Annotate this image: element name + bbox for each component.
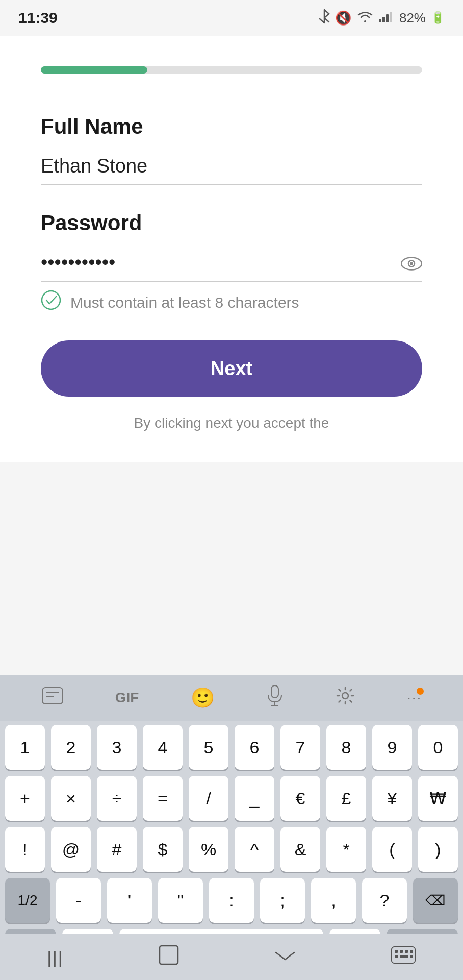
key-9[interactable]: 9 — [372, 725, 412, 770]
mute-icon: 🔇 — [335, 10, 351, 26]
key-percent[interactable]: % — [189, 827, 228, 872]
keyboard-area: GIF 🙂 ··· 1 2 3 4 5 6 7 8 — [0, 675, 463, 980]
svg-rect-19 — [405, 950, 408, 953]
keyboard-nav-icon[interactable] — [391, 945, 416, 970]
key-4[interactable]: 4 — [143, 725, 183, 770]
key-1[interactable]: 1 — [5, 725, 45, 770]
emoji-icon[interactable]: 🙂 — [191, 687, 215, 709]
key-plus[interactable]: + — [5, 776, 45, 821]
key-pound[interactable]: £ — [326, 776, 366, 821]
key-slash[interactable]: / — [189, 776, 228, 821]
key-2[interactable]: 2 — [51, 725, 91, 770]
svg-rect-2 — [386, 14, 389, 22]
svg-rect-8 — [42, 688, 63, 704]
key-dollar[interactable]: $ — [143, 827, 183, 872]
key-hash[interactable]: # — [97, 827, 137, 872]
key-quote[interactable]: " — [158, 878, 203, 923]
down-nav-icon[interactable] — [274, 946, 296, 968]
svg-rect-21 — [395, 955, 398, 958]
bluetooth-icon — [319, 9, 330, 28]
key-row-numbers: 1 2 3 4 5 6 7 8 9 0 — [5, 725, 458, 770]
key-asterisk[interactable]: * — [326, 827, 366, 872]
password-input[interactable] — [41, 248, 422, 282]
svg-point-7 — [42, 291, 60, 309]
mic-icon[interactable] — [266, 684, 284, 712]
key-exclaim[interactable]: ! — [5, 827, 45, 872]
nav-bar: ||| — [0, 934, 463, 980]
validation-hint: Must contain at least 8 characters — [41, 290, 422, 315]
key-question[interactable]: ? — [362, 878, 407, 923]
key-yen[interactable]: ¥ — [372, 776, 412, 821]
back-nav-icon[interactable]: ||| — [47, 947, 64, 967]
key-0[interactable]: 0 — [418, 725, 458, 770]
signal-icon — [379, 10, 394, 26]
svg-rect-23 — [410, 955, 413, 958]
wifi-icon — [356, 10, 374, 26]
progress-track — [41, 66, 422, 74]
svg-rect-3 — [390, 12, 392, 22]
main-content: Full Name Password Must contain at least… — [0, 36, 463, 462]
key-row-symbols: + × ÷ = / _ € £ ¥ ₩ — [5, 776, 458, 821]
svg-rect-11 — [271, 685, 278, 698]
key-colon[interactable]: : — [209, 878, 254, 923]
password-label: Password — [41, 211, 422, 235]
delete-key[interactable]: ⌫ — [413, 878, 458, 923]
gif-icon[interactable]: GIF — [115, 690, 139, 706]
battery-text: 82% — [399, 10, 426, 26]
status-bar: 11:39 🔇 82% 🔋 — [0, 0, 463, 36]
key-ampersand[interactable]: & — [280, 827, 320, 872]
key-semicolon[interactable]: ; — [260, 878, 305, 923]
key-won[interactable]: ₩ — [418, 776, 458, 821]
svg-rect-0 — [379, 19, 381, 22]
key-7[interactable]: 7 — [280, 725, 320, 770]
more-icon[interactable]: ··· — [407, 690, 422, 706]
key-half[interactable]: 1/2 — [5, 878, 50, 923]
key-underscore[interactable]: _ — [235, 776, 274, 821]
svg-rect-1 — [382, 17, 385, 22]
svg-rect-18 — [400, 950, 403, 953]
battery-icon: 🔋 — [431, 11, 445, 24]
key-caret[interactable]: ^ — [235, 827, 274, 872]
keyboard-toolbar: GIF 🙂 ··· — [0, 675, 463, 721]
check-icon — [41, 290, 61, 315]
key-euro[interactable]: € — [280, 776, 320, 821]
progress-fill — [41, 66, 147, 74]
key-hyphen[interactable]: - — [56, 878, 101, 923]
svg-rect-20 — [410, 950, 413, 953]
key-row-special: ! @ # $ % ^ & * ( ) — [5, 827, 458, 872]
password-wrapper — [41, 248, 422, 282]
terms-text: By clicking next you accept the — [41, 415, 422, 442]
svg-point-6 — [410, 262, 413, 265]
svg-point-14 — [342, 693, 348, 699]
next-button[interactable]: Next — [41, 340, 422, 397]
status-time: 11:39 — [18, 9, 58, 27]
progress-container — [41, 66, 422, 74]
home-nav-icon[interactable] — [158, 944, 180, 971]
full-name-label: Full Name — [41, 114, 422, 139]
key-divide[interactable]: ÷ — [97, 776, 137, 821]
key-8[interactable]: 8 — [326, 725, 366, 770]
svg-rect-15 — [160, 946, 178, 964]
status-icons: 🔇 82% 🔋 — [319, 9, 445, 28]
key-6[interactable]: 6 — [235, 725, 274, 770]
key-lparen[interactable]: ( — [372, 827, 412, 872]
key-at[interactable]: @ — [51, 827, 91, 872]
hint-text: Must contain at least 8 characters — [70, 294, 299, 311]
eye-icon[interactable] — [401, 254, 422, 276]
settings-icon[interactable] — [335, 685, 355, 710]
key-comma2[interactable]: , — [311, 878, 356, 923]
key-3[interactable]: 3 — [97, 725, 137, 770]
svg-rect-22 — [400, 955, 408, 958]
key-equals[interactable]: = — [143, 776, 183, 821]
sticker-icon[interactable] — [41, 685, 64, 710]
full-name-input[interactable] — [41, 151, 422, 185]
key-apostrophe[interactable]: ' — [107, 878, 152, 923]
key-row-4: 1/2 - ' " : ; , ? ⌫ — [5, 878, 458, 923]
key-rparen[interactable]: ) — [418, 827, 458, 872]
svg-rect-17 — [395, 950, 398, 953]
key-5[interactable]: 5 — [189, 725, 228, 770]
key-times[interactable]: × — [51, 776, 91, 821]
